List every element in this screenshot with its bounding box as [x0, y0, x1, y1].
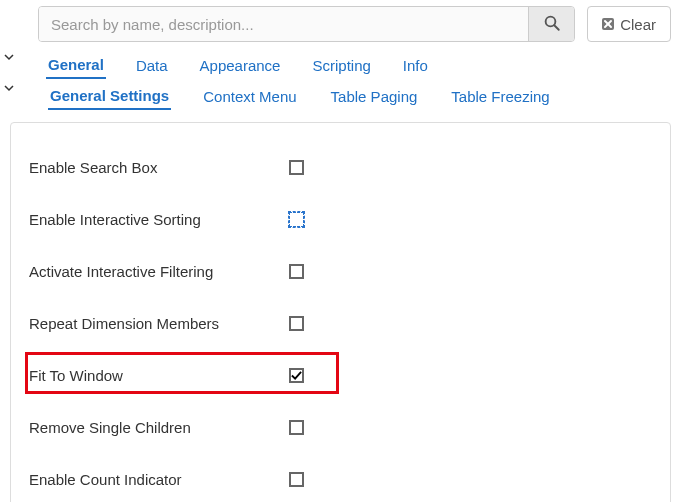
search-icon [543, 14, 561, 35]
general-settings-panel: Enable Search BoxEnable Interactive Sort… [10, 122, 671, 502]
option-label: Remove Single Children [29, 419, 289, 436]
tab-label: Table Paging [331, 88, 418, 105]
option-checkbox[interactable] [289, 316, 304, 331]
search-bar-row: Clear [0, 6, 671, 42]
tab-label: Table Freezing [451, 88, 549, 105]
search-input-group [38, 6, 575, 42]
tab-table-paging[interactable]: Table Paging [329, 83, 420, 110]
option-label: Fit To Window [29, 367, 289, 384]
option-row: Fit To Window [29, 349, 652, 401]
option-label: Enable Interactive Sorting [29, 211, 289, 228]
option-label: Activate Interactive Filtering [29, 263, 289, 280]
tab-table-freezing[interactable]: Table Freezing [449, 83, 551, 110]
option-row: Repeat Dimension Members [29, 297, 652, 349]
option-checkbox[interactable] [289, 368, 304, 383]
option-row: Remove Single Children [29, 401, 652, 453]
search-input[interactable] [39, 7, 528, 41]
option-row: Activate Interactive Filtering [29, 245, 652, 297]
tab-label: Info [403, 57, 428, 74]
tab-general[interactable]: General [46, 52, 106, 79]
clear-button-label: Clear [620, 16, 656, 33]
option-checkbox[interactable] [289, 212, 304, 227]
tab-info[interactable]: Info [401, 52, 430, 79]
tab-label: General Settings [50, 87, 169, 104]
svg-line-1 [554, 25, 559, 30]
tab-general-settings[interactable]: General Settings [48, 83, 171, 110]
option-checkbox[interactable] [289, 420, 304, 435]
tab-scripting[interactable]: Scripting [310, 52, 372, 79]
tab-context-menu[interactable]: Context Menu [201, 83, 298, 110]
option-row: Enable Search Box [29, 141, 652, 193]
option-row: Enable Interactive Sorting [29, 193, 652, 245]
secondary-tab-row: General Settings Context Menu Table Pagi… [0, 83, 671, 110]
primary-tab-row: General Data Appearance Scripting Info [0, 52, 671, 79]
option-checkbox[interactable] [289, 472, 304, 487]
option-checkbox[interactable] [289, 160, 304, 175]
tab-label: General [48, 56, 104, 73]
tab-appearance[interactable]: Appearance [198, 52, 283, 79]
option-label: Enable Search Box [29, 159, 289, 176]
search-button[interactable] [528, 7, 574, 41]
close-icon [602, 16, 614, 33]
tab-label: Appearance [200, 57, 281, 74]
tab-label: Data [136, 57, 168, 74]
option-label: Repeat Dimension Members [29, 315, 289, 332]
clear-button[interactable]: Clear [587, 6, 671, 42]
tab-label: Scripting [312, 57, 370, 74]
chevron-down-icon [4, 83, 12, 91]
tab-label: Context Menu [203, 88, 296, 105]
chevron-down-icon [4, 52, 12, 60]
option-checkbox[interactable] [289, 264, 304, 279]
option-label: Enable Count Indicator [29, 471, 289, 488]
option-row: Enable Count Indicator [29, 453, 652, 502]
tab-data[interactable]: Data [134, 52, 170, 79]
